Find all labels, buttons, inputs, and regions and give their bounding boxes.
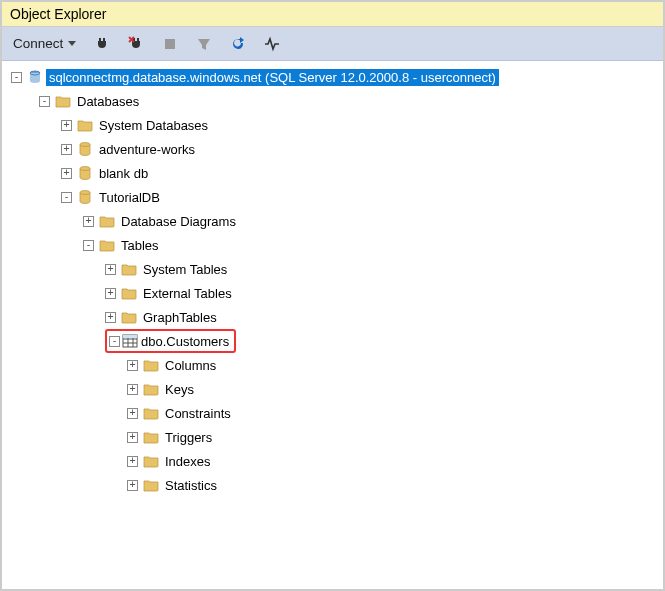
activity-monitor-button[interactable] — [259, 34, 285, 54]
tree-node-label[interactable]: dbo.Customers — [138, 333, 232, 350]
dropdown-caret-icon — [68, 41, 76, 46]
expander-toggle[interactable]: + — [105, 264, 116, 275]
filter-button — [191, 34, 217, 54]
tree-node[interactable]: +System Databases — [6, 113, 659, 137]
database-icon — [77, 189, 93, 205]
folder-icon — [121, 285, 137, 301]
expander-toggle[interactable]: + — [83, 216, 94, 227]
tree-node[interactable]: -Databases — [6, 89, 659, 113]
folder-icon — [143, 453, 159, 469]
tree-node-label[interactable]: Indexes — [162, 453, 214, 470]
tree-root-node[interactable]: - sqlconnectmg.database.windows.net (SQL… — [6, 65, 659, 89]
folder-icon — [143, 357, 159, 373]
folder-icon — [143, 429, 159, 445]
tree-node[interactable]: -Tables — [6, 233, 659, 257]
filter-icon — [196, 36, 212, 52]
expander-toggle[interactable]: + — [127, 384, 138, 395]
table-icon — [122, 333, 138, 349]
server-icon — [27, 69, 43, 85]
folder-icon — [99, 213, 115, 229]
expander-toggle[interactable]: + — [127, 480, 138, 491]
tree-node[interactable]: +blank db — [6, 161, 659, 185]
tree-node[interactable]: +Indexes — [6, 449, 659, 473]
tree-view[interactable]: - sqlconnectmg.database.windows.net (SQL… — [2, 61, 663, 586]
highlighted-node: -dbo.Customers — [105, 329, 236, 353]
tree-node-label[interactable]: GraphTables — [140, 309, 220, 326]
tree-node-label[interactable]: Statistics — [162, 477, 220, 494]
tree-node-label[interactable]: Constraints — [162, 405, 234, 422]
tree-node-label[interactable]: Columns — [162, 357, 219, 374]
expander-toggle[interactable]: - — [39, 96, 50, 107]
connect-plug-button[interactable] — [89, 34, 115, 54]
refresh-icon — [230, 36, 246, 52]
folder-icon — [121, 309, 137, 325]
tree-node[interactable]: +Columns — [6, 353, 659, 377]
tree-node[interactable]: +Triggers — [6, 425, 659, 449]
activity-icon — [264, 36, 280, 52]
folder-icon — [143, 381, 159, 397]
panel-title-text: Object Explorer — [10, 6, 106, 22]
tree-node-label[interactable]: TutorialDB — [96, 189, 163, 206]
expander-toggle[interactable]: + — [61, 144, 72, 155]
tree-node-label[interactable]: External Tables — [140, 285, 235, 302]
expander-toggle[interactable]: - — [61, 192, 72, 203]
folder-icon — [99, 237, 115, 253]
folder-icon — [55, 93, 71, 109]
tree-node-label[interactable]: Triggers — [162, 429, 215, 446]
folder-icon — [121, 261, 137, 277]
folder-icon — [143, 405, 159, 421]
tree-node[interactable]: +adventure-works — [6, 137, 659, 161]
tree-node[interactable]: +Keys — [6, 377, 659, 401]
stop-icon — [162, 36, 178, 52]
tree-node-label[interactable]: System Databases — [96, 117, 211, 134]
plug-icon — [94, 36, 110, 52]
tree-node-label[interactable]: adventure-works — [96, 141, 198, 158]
tree-node[interactable]: +Database Diagrams — [6, 209, 659, 233]
tree-node-label[interactable]: Database Diagrams — [118, 213, 239, 230]
tree-node-label[interactable]: Databases — [74, 93, 142, 110]
expander-toggle[interactable]: + — [105, 288, 116, 299]
tree-node[interactable]: -TutorialDB — [6, 185, 659, 209]
expander-toggle[interactable]: - — [109, 336, 120, 347]
tree-node-label[interactable]: Tables — [118, 237, 162, 254]
expander-toggle[interactable]: - — [83, 240, 94, 251]
folder-icon — [77, 117, 93, 133]
plug-x-icon — [128, 36, 144, 52]
tree-node[interactable]: +Statistics — [6, 473, 659, 497]
tree-node[interactable]: +External Tables — [6, 281, 659, 305]
folder-icon — [143, 477, 159, 493]
tree-node[interactable]: +System Tables — [6, 257, 659, 281]
expander-toggle[interactable]: + — [127, 408, 138, 419]
tree-node[interactable]: -dbo.Customers — [6, 329, 659, 353]
stop-button — [157, 34, 183, 54]
expander-toggle[interactable]: - — [11, 72, 22, 83]
tree-root-label[interactable]: sqlconnectmg.database.windows.net (SQL S… — [46, 69, 499, 86]
expander-toggle[interactable]: + — [127, 432, 138, 443]
database-icon — [77, 141, 93, 157]
expander-toggle[interactable]: + — [127, 360, 138, 371]
expander-toggle[interactable]: + — [105, 312, 116, 323]
refresh-button[interactable] — [225, 34, 251, 54]
svg-rect-14 — [123, 335, 137, 338]
connect-label: Connect — [13, 36, 63, 51]
tree-node[interactable]: +Constraints — [6, 401, 659, 425]
object-explorer-window: Object Explorer Connect — [0, 0, 665, 591]
svg-rect-0 — [165, 39, 175, 49]
expander-toggle[interactable]: + — [127, 456, 138, 467]
disconnect-button[interactable] — [123, 34, 149, 54]
panel-title: Object Explorer — [2, 2, 663, 27]
tree-node-label[interactable]: System Tables — [140, 261, 230, 278]
tree-node[interactable]: +GraphTables — [6, 305, 659, 329]
expander-toggle[interactable]: + — [61, 168, 72, 179]
connect-dropdown[interactable]: Connect — [8, 34, 81, 53]
toolbar: Connect — [2, 27, 663, 61]
database-icon — [77, 165, 93, 181]
tree-node-label[interactable]: Keys — [162, 381, 197, 398]
tree-node-label[interactable]: blank db — [96, 165, 151, 182]
expander-toggle[interactable]: + — [61, 120, 72, 131]
